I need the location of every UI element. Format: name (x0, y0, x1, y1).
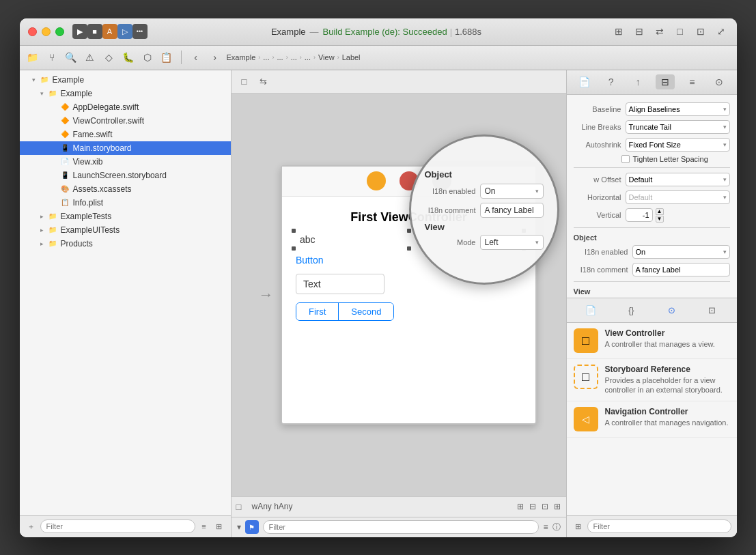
tree-item-appdelegate[interactable]: ▸ 🔶 AppDelegate.swift (20, 100, 231, 114)
mag-mode-value[interactable]: Left ▾ (480, 235, 544, 250)
disclosure-products[interactable]: ▸ (38, 239, 47, 248)
library-tab-objects[interactable]: ⊙ (662, 302, 682, 319)
tree-item-assets[interactable]: ▸ 🎨 Assets.xcassets (20, 182, 231, 196)
breadcrumb-view[interactable]: View (318, 53, 335, 61)
document-icon[interactable]: ⇆ (256, 74, 271, 89)
library-tab-code[interactable]: {} (621, 302, 641, 319)
git-icon[interactable]: ⑂ (44, 50, 59, 65)
inspector-grid-icon[interactable]: ⊞ (572, 520, 585, 532)
tree-item-products[interactable]: ▸ 📁 Products (20, 237, 231, 251)
tree-label-fame: Fame.swift (73, 130, 113, 139)
canvas-zoom-out[interactable]: ⊟ (529, 502, 536, 511)
mag-i18n-enabled-value[interactable]: On ▾ (480, 184, 544, 199)
library-item-viewcontroller[interactable]: □ View Controller A controller that mana… (567, 323, 737, 359)
editor-expand-icon[interactable]: ▾ (237, 522, 241, 532)
tree-item-root[interactable]: ▾ 📁 Example (20, 73, 231, 87)
filter-options[interactable]: ≡ (198, 520, 210, 532)
tree-item-viewcontroller[interactable]: ▸ 🔶 ViewController.swift (20, 114, 231, 128)
tree-item-viewxib[interactable]: ▸ 📄 View.xib (20, 155, 231, 169)
canvas-indicator-icon[interactable]: □ (232, 499, 247, 514)
stepper-down[interactable]: ▼ (656, 216, 664, 223)
back-forward[interactable]: ⇄ (652, 24, 667, 39)
text-field-element[interactable] (296, 274, 384, 294)
seg-btn-second[interactable]: Second (339, 303, 393, 320)
fullscreen-button[interactable] (55, 27, 64, 36)
debug-icon[interactable]: 🐛 (121, 50, 136, 65)
inspector-tab-connections[interactable]: ⊙ (710, 74, 729, 89)
report-icon[interactable]: 📋 (159, 50, 174, 65)
editor-info-icon[interactable]: ⓘ (552, 522, 561, 533)
horizontal-dropdown[interactable]: Default ▾ (626, 190, 730, 204)
split-view[interactable]: ⊡ (693, 24, 708, 39)
btn-record[interactable] (367, 171, 386, 190)
test-icon[interactable]: ◇ (102, 50, 117, 65)
linebreaks-dropdown[interactable]: Truncate Tail ▾ (626, 120, 730, 134)
warning-icon[interactable]: ⚠ (83, 50, 98, 65)
device-selector[interactable]: ▷ (117, 24, 132, 39)
navigator-icon[interactable]: ⊞ (611, 24, 626, 39)
sidebar-filter-input[interactable] (40, 520, 195, 533)
tree-item-example-group[interactable]: ▾ 📁 Example (20, 87, 231, 100)
fullscreen[interactable]: ⤢ (714, 24, 729, 39)
breadcrumb-item-4[interactable]: ... (305, 53, 311, 61)
inspector-tab-file[interactable]: 📄 (574, 74, 593, 89)
vertical-number[interactable]: -1 (626, 208, 653, 222)
search-icon[interactable]: 🔍 (64, 50, 79, 65)
disclosure-exampleuitests[interactable]: ▸ (38, 225, 47, 235)
stop-button[interactable]: ■ (87, 24, 102, 39)
tree-item-plist[interactable]: ▸ 📋 Info.plist (20, 196, 231, 210)
canvas-icon[interactable]: □ (237, 74, 252, 89)
view-toggle[interactable]: □ (673, 24, 688, 39)
library-item-storyboardref[interactable]: □ Storyboard Reference Provides a placeh… (567, 359, 737, 401)
add-file-button[interactable]: ＋ (25, 520, 38, 532)
tighten-checkbox[interactable] (621, 155, 630, 163)
breadcrumb-item-2[interactable]: ... (277, 53, 283, 61)
tree-item-exampleuitests[interactable]: ▸ 📁 ExampleUITests (20, 223, 231, 237)
run-button[interactable]: ▶ (72, 24, 87, 39)
breakpoint-icon[interactable]: ⬡ (140, 50, 155, 65)
breadcrumb-example[interactable]: Example (227, 53, 256, 61)
mag-i18n-comment-value[interactable]: A fancy Label (480, 203, 544, 218)
breadcrumb-item-1[interactable]: ... (263, 53, 269, 61)
canvas-fit-icon[interactable]: ⊡ (542, 502, 548, 511)
tree-item-mainstoryboard[interactable]: ▸ 📱 Main.storyboard (20, 141, 231, 155)
stepper-up[interactable]: ▲ (656, 208, 664, 215)
library-item-navcontroller[interactable]: ◁ Navigation Controller A controller tha… (567, 401, 737, 438)
breadcrumb-label[interactable]: Label (342, 53, 361, 61)
breadcrumb-item-3[interactable]: ... (291, 53, 297, 61)
editor-filter-options[interactable]: ≡ (543, 522, 548, 532)
folder-icon[interactable]: 📁 (25, 50, 40, 65)
library-tab-media[interactable]: ⊡ (702, 302, 723, 319)
tree-item-fame[interactable]: ▸ 🔶 Fame.swift (20, 128, 231, 141)
flag-icon[interactable]: ⚑ (245, 520, 259, 534)
scheme-selector[interactable]: A (102, 24, 117, 39)
disclosure-example[interactable]: ▾ (38, 89, 47, 98)
i18n-enabled-dropdown[interactable]: On ▾ (632, 245, 730, 259)
baseline-dropdown[interactable]: Align Baselines ▾ (626, 102, 730, 116)
editor-filter-input[interactable] (263, 520, 540, 534)
inspector-tab-help[interactable]: ? (602, 74, 621, 89)
canvas-grid-icon[interactable]: ⊞ (517, 502, 524, 511)
disclosure-root[interactable]: ▾ (29, 75, 39, 85)
i18n-comment-field[interactable]: A fancy Label (632, 263, 730, 276)
inspector-tab-attributes[interactable]: ⊟ (656, 74, 675, 89)
inspector-filter-input[interactable] (587, 520, 731, 533)
inspector-tab-identity[interactable]: ↑ (628, 74, 647, 89)
library-tab-file[interactable]: 📄 (580, 302, 601, 319)
storyboard-nav-fwd[interactable]: › (208, 50, 223, 65)
tree-item-exampletests[interactable]: ▸ 📁 ExampleTests (20, 210, 231, 223)
filter-hierarchy[interactable]: ⊞ (213, 520, 225, 532)
vertical-stepper[interactable]: ▲ ▼ (656, 208, 664, 223)
storyboard-nav-back[interactable]: ‹ (188, 50, 204, 65)
inspector-tab-size[interactable]: ≡ (682, 74, 701, 89)
autoshrink-dropdown[interactable]: Fixed Font Size ▾ (626, 138, 730, 152)
minimize-button[interactable] (42, 27, 51, 36)
disclosure-exampletests[interactable]: ▸ (38, 212, 47, 221)
close-button[interactable] (28, 27, 37, 36)
more-button[interactable]: ••• (132, 24, 148, 39)
seg-btn-first[interactable]: First (296, 303, 339, 320)
hoffset-dropdown[interactable]: Default ▾ (626, 173, 730, 186)
canvas-zoom-in[interactable]: ⊞ (554, 502, 561, 511)
tree-item-launchscreen[interactable]: ▸ 📱 LaunchScreen.storyboard (20, 169, 231, 182)
inspector-icon[interactable]: ⊟ (632, 24, 647, 39)
